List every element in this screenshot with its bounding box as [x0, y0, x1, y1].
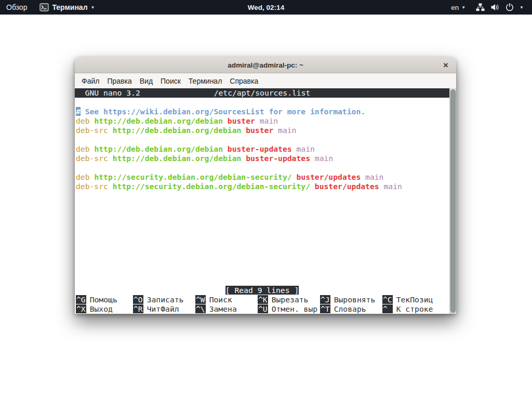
editor-line — [76, 163, 402, 172]
token-keyword: deb-src — [76, 154, 113, 163]
token-suite: buster — [228, 116, 260, 125]
text-cursor: # — [76, 107, 81, 116]
shortcut-key: ^U — [258, 304, 268, 313]
chevron-down-icon: ▼ — [91, 6, 95, 10]
nano-shortcut: ^XВыход — [76, 304, 133, 314]
shortcut-key: ^_ — [382, 304, 393, 313]
nano-shortcut: ^OЗаписать — [133, 295, 195, 304]
shortcut-key: ^O — [133, 295, 143, 304]
token-url: http://deb.debian.org/debian — [113, 154, 246, 163]
menu-item[interactable]: Правка — [107, 76, 132, 86]
focused-app-label: Терминал — [52, 3, 87, 11]
token-component: main — [278, 126, 296, 135]
shortcut-key: ^G — [76, 295, 86, 304]
power-icon — [506, 3, 514, 11]
nano-shortcut: ^RЧитФайл — [133, 304, 195, 314]
keyboard-layout-label: en — [451, 4, 459, 11]
activities-button[interactable]: Обзор — [0, 0, 33, 15]
token-comment: See https://wiki.debian.org/SourcesList … — [81, 107, 365, 116]
shortcut-key: ^\ — [195, 304, 206, 313]
shortcut-key: ^K — [258, 295, 268, 304]
nano-shortcut: ^UОтмен. выр — [258, 304, 320, 314]
shortcut-key: ^R — [133, 304, 143, 313]
shortcut-label: К строке — [396, 304, 433, 313]
menu-item[interactable]: Файл — [81, 76, 100, 86]
clock-button[interactable]: Wed, 02:14 — [248, 0, 284, 15]
nano-shortcut: ^\Замена — [195, 304, 258, 314]
chevron-down-icon: ▼ — [520, 6, 524, 10]
token-keyword: deb — [76, 172, 94, 181]
shortcut-label: Выход — [90, 304, 113, 313]
clock-label: Wed, 02:14 — [248, 4, 284, 11]
shortcut-label: Замена — [209, 304, 237, 313]
shortcut-label: Выровнять — [334, 295, 376, 304]
app-menu-button[interactable]: Терминал ▼ — [33, 0, 101, 15]
nano-shortcut: ^_К строке — [382, 304, 448, 314]
nano-titlebar: GNU nano 3.2 /etc/apt/sources.list — [75, 88, 449, 98]
editor-line: deb http://deb.debian.org/debian buster-… — [76, 144, 402, 154]
shortcut-label: Поиск — [209, 295, 232, 304]
nano-shortcut: ^TСловарь — [320, 304, 382, 314]
editor-line: deb-src http://security.debian.org/debia… — [76, 182, 402, 191]
token-keyword: deb — [76, 116, 94, 125]
token-url: http://deb.debian.org/debian — [94, 116, 227, 125]
terminal-scrollbar[interactable] — [449, 88, 456, 314]
token-url: http://deb.debian.org/debian — [94, 144, 227, 153]
terminal-screen[interactable]: GNU nano 3.2 /etc/apt/sources.list # See… — [75, 88, 456, 314]
nano-shortcut: ^CТекПозиц — [382, 295, 448, 304]
shortcut-key: ^W — [195, 295, 206, 304]
editor-line: deb-src http://deb.debian.org/debian bus… — [76, 126, 402, 135]
scrollbar-thumb[interactable] — [450, 89, 456, 313]
nano-shortcut: ^WПоиск — [195, 295, 258, 304]
terminal-window: admiral@admiral-pc: ~ × ФайлПравкаВидПои… — [75, 57, 456, 314]
menu-item[interactable]: Справка — [229, 76, 259, 86]
nano-shortcut: ^KВырезать — [258, 295, 320, 304]
shortcut-label: Помощь — [90, 295, 117, 304]
token-suite: buster/updates — [315, 182, 384, 191]
nano-version-label: GNU nano 3.2 — [76, 88, 140, 98]
token-component: main — [365, 172, 383, 181]
token-component: main — [296, 144, 314, 153]
token-url: http://security.debian.org/debian-securi… — [94, 172, 296, 181]
nano-shortcut-row-1: ^GПомощь^OЗаписать^WПоиск^KВырезать^JВыр… — [76, 295, 448, 304]
shortcut-label: Вырезать — [272, 295, 309, 304]
shortcut-label: Словарь — [334, 304, 366, 313]
menu-item[interactable]: Вид — [139, 76, 153, 86]
token-keyword: deb-src — [76, 126, 113, 135]
editor-line: deb http://deb.debian.org/debian buster … — [76, 116, 402, 126]
shortcut-key: ^X — [76, 304, 86, 313]
menu-item[interactable]: Терминал — [188, 76, 222, 86]
token-suite: buster — [246, 126, 278, 135]
chevron-down-icon: ▼ — [461, 6, 466, 10]
shortcut-label: Отмен. выр — [272, 304, 317, 313]
token-suite: buster/updates — [296, 172, 365, 181]
nano-shortcut-row-2: ^XВыход^RЧитФайл^\Замена^UОтмен. выр^TСл… — [76, 304, 448, 314]
token-url: http://deb.debian.org/debian — [113, 126, 246, 135]
system-status-menu[interactable]: ▼ — [473, 3, 527, 11]
keyboard-layout-button[interactable]: en ▼ — [444, 4, 473, 11]
token-suite: buster-updates — [246, 154, 315, 163]
window-title: admiral@admiral-pc: ~ — [228, 57, 303, 73]
nano-file-path: /etc/apt/sources.list — [214, 88, 311, 98]
menu-item[interactable]: Поиск — [160, 76, 181, 86]
token-component: main — [260, 116, 278, 125]
nano-buffer: # See https://wiki.debian.org/SourcesLis… — [76, 107, 402, 191]
token-suite: buster-updates — [228, 144, 297, 153]
token-keyword: deb — [76, 144, 94, 153]
token-url: http://security.debian.org/debian-securi… — [113, 182, 315, 191]
token-keyword: deb-src — [76, 182, 113, 191]
menu-bar: ФайлПравкаВидПоискТерминалСправка — [75, 73, 456, 88]
shortcut-label: Записать — [147, 295, 184, 304]
editor-line — [76, 135, 402, 144]
window-titlebar[interactable]: admiral@admiral-pc: ~ × — [75, 57, 456, 73]
nano-shortcut: ^GПомощь — [76, 295, 133, 304]
nano-status-message: [ Read 9 lines ] — [225, 286, 299, 295]
shortcut-key: ^T — [320, 304, 330, 313]
editor-line: deb http://security.debian.org/debian-se… — [76, 172, 402, 182]
top-bar: Обзор Терминал ▼ Wed, 02:14 en ▼ — [0, 0, 532, 15]
network-icon — [476, 3, 485, 11]
close-button[interactable]: × — [440, 57, 451, 73]
token-component: main — [383, 182, 402, 191]
shortcut-label: ЧитФайл — [147, 304, 179, 313]
shortcut-key: ^J — [320, 295, 330, 304]
